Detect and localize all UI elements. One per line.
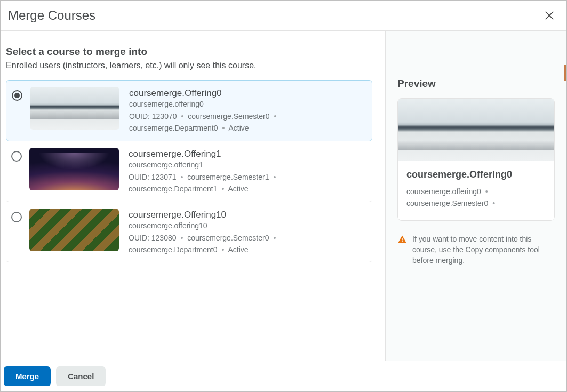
preview-pane: Preview coursemerge.Offering0 coursemerg… — [385, 31, 566, 361]
close-button[interactable] — [542, 8, 557, 23]
cancel-button[interactable]: Cancel — [56, 366, 106, 386]
merge-button[interactable]: Merge — [4, 366, 51, 386]
svg-rect-1 — [402, 241, 403, 242]
dialog-header: Merge Courses — [1, 1, 566, 31]
course-item[interactable]: coursemerge.Offering1 coursemerge.offeri… — [6, 141, 372, 202]
course-thumbnail — [30, 87, 119, 130]
warning-block: If you want to move content into this co… — [397, 234, 555, 266]
course-radio[interactable] — [12, 90, 22, 101]
course-item[interactable]: coursemerge.Offering0 coursemerge.offeri… — [6, 80, 372, 141]
course-meta: coursemerge.Offering1 coursemerge.offeri… — [129, 148, 367, 195]
preview-card-body: coursemerge.Offering0 coursemerge.offeri… — [398, 161, 554, 220]
dialog-title: Merge Courses — [8, 8, 95, 23]
warning-text: If you want to move content into this co… — [412, 234, 555, 266]
course-thumbnail — [29, 148, 119, 190]
course-radio[interactable] — [11, 212, 22, 222]
course-detail-line: OUID: 123071 • coursemerge.Semester1 • — [129, 171, 367, 183]
preview-card-title: coursemerge.Offering0 — [406, 169, 546, 180]
select-heading: Select a course to merge into — [6, 46, 372, 58]
course-meta: coursemerge.Offering10 coursemerge.offer… — [129, 209, 367, 256]
course-code: coursemerge.offering0 — [129, 100, 366, 108]
course-thumbnail — [29, 209, 119, 251]
svg-rect-0 — [402, 238, 403, 241]
scroll-indicator — [564, 65, 566, 81]
preview-card-semester: coursemerge.Semester0 • — [406, 197, 546, 209]
warning-icon — [397, 235, 407, 244]
dialog-footer: Merge Cancel — [1, 361, 566, 391]
course-meta: coursemerge.Offering0 coursemerge.offeri… — [129, 87, 366, 134]
course-select-pane: Select a course to merge into Enrolled u… — [1, 31, 385, 361]
preview-card-code: coursemerge.offering0 • — [406, 186, 546, 197]
course-detail-line: OUID: 123070 • coursemerge.Semester0 • — [129, 110, 366, 122]
course-title: coursemerge.Offering10 — [129, 210, 367, 220]
course-title: coursemerge.Offering1 — [129, 149, 367, 159]
dialog-body: Select a course to merge into Enrolled u… — [1, 31, 566, 361]
preview-card: coursemerge.Offering0 coursemerge.offeri… — [397, 98, 555, 221]
close-icon — [544, 10, 555, 21]
merge-courses-dialog: Merge Courses Select a course to merge i… — [1, 1, 566, 391]
course-detail-line: coursemerge.Department1 • Active — [129, 183, 367, 195]
course-detail-line: coursemerge.Department0 • Active — [129, 122, 366, 134]
preview-heading: Preview — [397, 78, 555, 90]
course-list: coursemerge.Offering0 coursemerge.offeri… — [6, 80, 372, 262]
course-code: coursemerge.offering10 — [129, 221, 367, 230]
select-subtext: Enrolled users (instructors, learners, e… — [6, 61, 372, 70]
course-code: coursemerge.offering1 — [129, 161, 367, 169]
preview-thumbnail — [398, 99, 554, 161]
course-item[interactable]: coursemerge.Offering10 coursemerge.offer… — [6, 202, 372, 263]
course-detail-line: OUID: 123080 • coursemerge.Semester0 • — [129, 232, 367, 244]
course-detail-line: coursemerge.Department0 • Active — [129, 244, 367, 255]
course-radio[interactable] — [11, 151, 22, 162]
course-title: coursemerge.Offering0 — [129, 88, 366, 99]
